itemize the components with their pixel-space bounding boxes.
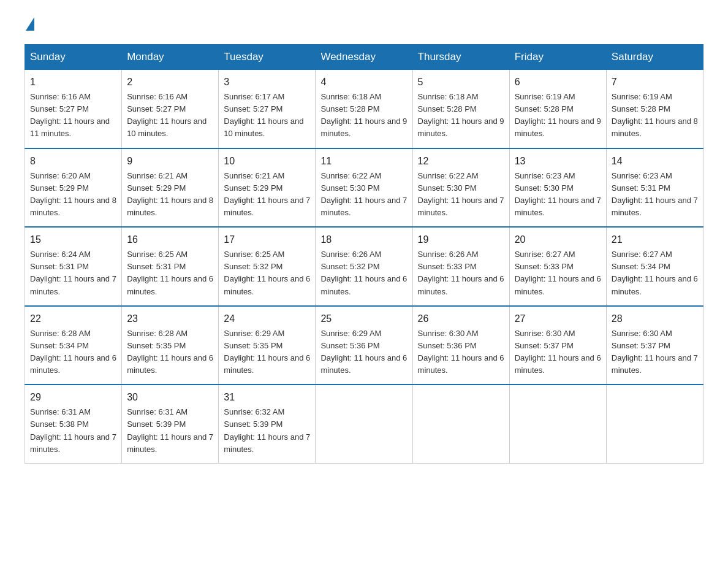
calendar-day-cell: 28 Sunrise: 6:30 AMSunset: 5:37 PMDaylig… [606,306,703,385]
calendar-day-cell: 9 Sunrise: 6:21 AMSunset: 5:29 PMDayligh… [122,148,219,228]
calendar-day-cell: 30 Sunrise: 6:31 AMSunset: 5:39 PMDaylig… [122,385,219,463]
calendar-day-cell [509,385,606,463]
day-info: Sunrise: 6:30 AMSunset: 5:37 PMDaylight:… [612,329,698,375]
calendar-day-cell: 18 Sunrise: 6:26 AMSunset: 5:32 PMDaylig… [316,227,412,306]
calendar-day-cell: 26 Sunrise: 6:30 AMSunset: 5:36 PMDaylig… [412,306,509,385]
day-info: Sunrise: 6:16 AMSunset: 5:27 PMDaylight:… [30,92,110,138]
weekday-header-tuesday: Tuesday [219,45,316,70]
weekday-header-sunday: Sunday [25,45,122,70]
calendar-day-cell: 31 Sunrise: 6:32 AMSunset: 5:39 PMDaylig… [219,385,316,463]
day-info: Sunrise: 6:23 AMSunset: 5:31 PMDaylight:… [612,171,698,217]
calendar-day-cell: 25 Sunrise: 6:29 AMSunset: 5:36 PMDaylig… [316,306,412,385]
day-info: Sunrise: 6:26 AMSunset: 5:33 PMDaylight:… [418,250,504,296]
day-number: 4 [320,75,407,90]
calendar-week-row: 1 Sunrise: 6:16 AMSunset: 5:27 PMDayligh… [25,70,703,148]
day-number: 11 [320,154,407,169]
calendar-day-cell: 24 Sunrise: 6:29 AMSunset: 5:35 PMDaylig… [219,306,316,385]
day-info: Sunrise: 6:29 AMSunset: 5:35 PMDaylight:… [224,329,310,375]
day-number: 31 [224,390,310,405]
calendar-day-cell: 10 Sunrise: 6:21 AMSunset: 5:29 PMDaylig… [219,148,316,228]
calendar-day-cell: 6 Sunrise: 6:19 AMSunset: 5:28 PMDayligh… [509,70,606,148]
day-info: Sunrise: 6:30 AMSunset: 5:36 PMDaylight:… [418,329,504,375]
day-info: Sunrise: 6:22 AMSunset: 5:30 PMDaylight:… [418,171,504,217]
day-number: 16 [127,232,213,247]
calendar-day-cell: 23 Sunrise: 6:28 AMSunset: 5:35 PMDaylig… [122,306,219,385]
day-info: Sunrise: 6:19 AMSunset: 5:28 PMDaylight:… [612,92,698,138]
calendar-day-cell: 15 Sunrise: 6:24 AMSunset: 5:31 PMDaylig… [25,227,122,306]
day-info: Sunrise: 6:27 AMSunset: 5:33 PMDaylight:… [515,250,601,296]
day-number: 30 [127,390,213,405]
calendar-week-row: 15 Sunrise: 6:24 AMSunset: 5:31 PMDaylig… [25,227,703,306]
calendar-day-cell: 12 Sunrise: 6:22 AMSunset: 5:30 PMDaylig… [412,148,509,228]
day-info: Sunrise: 6:21 AMSunset: 5:29 PMDaylight:… [224,171,310,217]
calendar-day-cell: 17 Sunrise: 6:25 AMSunset: 5:32 PMDaylig… [219,227,316,306]
calendar-day-cell: 14 Sunrise: 6:23 AMSunset: 5:31 PMDaylig… [606,148,703,228]
day-number: 15 [30,232,116,247]
day-info: Sunrise: 6:28 AMSunset: 5:34 PMDaylight:… [30,329,116,375]
day-number: 2 [127,75,213,90]
calendar-day-cell: 16 Sunrise: 6:25 AMSunset: 5:31 PMDaylig… [122,227,219,306]
day-number: 5 [418,75,504,90]
calendar-day-cell: 22 Sunrise: 6:28 AMSunset: 5:34 PMDaylig… [25,306,122,385]
calendar-day-cell: 29 Sunrise: 6:31 AMSunset: 5:38 PMDaylig… [25,385,122,463]
day-info: Sunrise: 6:23 AMSunset: 5:30 PMDaylight:… [515,171,601,217]
day-info: Sunrise: 6:30 AMSunset: 5:37 PMDaylight:… [515,329,601,375]
weekday-header-row: SundayMondayTuesdayWednesdayThursdayFrid… [25,45,703,70]
day-info: Sunrise: 6:20 AMSunset: 5:29 PMDaylight:… [30,171,116,217]
calendar-day-cell: 7 Sunrise: 6:19 AMSunset: 5:28 PMDayligh… [606,70,703,148]
calendar-day-cell [316,385,412,463]
calendar-day-cell: 4 Sunrise: 6:18 AMSunset: 5:28 PMDayligh… [316,70,412,148]
day-info: Sunrise: 6:29 AMSunset: 5:36 PMDaylight:… [320,329,407,375]
weekday-header-saturday: Saturday [606,45,703,70]
logo [25,18,36,32]
calendar-day-cell: 3 Sunrise: 6:17 AMSunset: 5:27 PMDayligh… [219,70,316,148]
day-number: 23 [127,312,213,326]
day-info: Sunrise: 6:25 AMSunset: 5:32 PMDaylight:… [224,250,310,296]
calendar-day-cell: 19 Sunrise: 6:26 AMSunset: 5:33 PMDaylig… [412,227,509,306]
day-info: Sunrise: 6:27 AMSunset: 5:34 PMDaylight:… [612,250,698,296]
calendar-day-cell: 8 Sunrise: 6:20 AMSunset: 5:29 PMDayligh… [25,148,122,228]
day-info: Sunrise: 6:18 AMSunset: 5:28 PMDaylight:… [320,92,407,138]
day-info: Sunrise: 6:25 AMSunset: 5:31 PMDaylight:… [127,250,213,296]
day-number: 26 [418,312,504,326]
day-info: Sunrise: 6:17 AMSunset: 5:27 PMDaylight:… [224,92,303,138]
weekday-header-wednesday: Wednesday [316,45,412,70]
day-number: 7 [612,75,698,90]
day-info: Sunrise: 6:24 AMSunset: 5:31 PMDaylight:… [30,250,116,296]
weekday-header-friday: Friday [509,45,606,70]
day-info: Sunrise: 6:18 AMSunset: 5:28 PMDaylight:… [418,92,504,138]
calendar-day-cell: 2 Sunrise: 6:16 AMSunset: 5:27 PMDayligh… [122,70,219,148]
day-info: Sunrise: 6:32 AMSunset: 5:39 PMDaylight:… [224,407,310,453]
day-number: 9 [127,154,213,169]
day-info: Sunrise: 6:26 AMSunset: 5:32 PMDaylight:… [320,250,407,296]
day-info: Sunrise: 6:22 AMSunset: 5:30 PMDaylight:… [320,171,407,217]
day-number: 19 [418,232,504,247]
calendar-day-cell: 11 Sunrise: 6:22 AMSunset: 5:30 PMDaylig… [316,148,412,228]
calendar-table: SundayMondayTuesdayWednesdayThursdayFrid… [25,44,703,464]
day-number: 24 [224,312,310,326]
page-header [25,18,703,32]
calendar-day-cell: 1 Sunrise: 6:16 AMSunset: 5:27 PMDayligh… [25,70,122,148]
calendar-day-cell [606,385,703,463]
day-info: Sunrise: 6:31 AMSunset: 5:39 PMDaylight:… [127,407,213,453]
logo-triangle-icon [26,17,34,31]
day-number: 13 [515,154,601,169]
day-number: 12 [418,154,504,169]
calendar-week-row: 8 Sunrise: 6:20 AMSunset: 5:29 PMDayligh… [25,148,703,228]
day-number: 28 [612,312,698,326]
day-number: 14 [612,154,698,169]
day-number: 21 [612,232,698,247]
day-number: 17 [224,232,310,247]
day-info: Sunrise: 6:31 AMSunset: 5:38 PMDaylight:… [30,407,116,453]
day-number: 3 [224,75,310,90]
calendar-day-cell: 13 Sunrise: 6:23 AMSunset: 5:30 PMDaylig… [509,148,606,228]
calendar-day-cell: 20 Sunrise: 6:27 AMSunset: 5:33 PMDaylig… [509,227,606,306]
day-number: 10 [224,154,310,169]
day-info: Sunrise: 6:19 AMSunset: 5:28 PMDaylight:… [515,92,601,138]
day-number: 27 [515,312,601,326]
day-info: Sunrise: 6:16 AMSunset: 5:27 PMDaylight:… [127,92,207,138]
day-number: 20 [515,232,601,247]
calendar-day-cell: 5 Sunrise: 6:18 AMSunset: 5:28 PMDayligh… [412,70,509,148]
day-number: 1 [30,75,116,90]
day-number: 22 [30,312,116,326]
